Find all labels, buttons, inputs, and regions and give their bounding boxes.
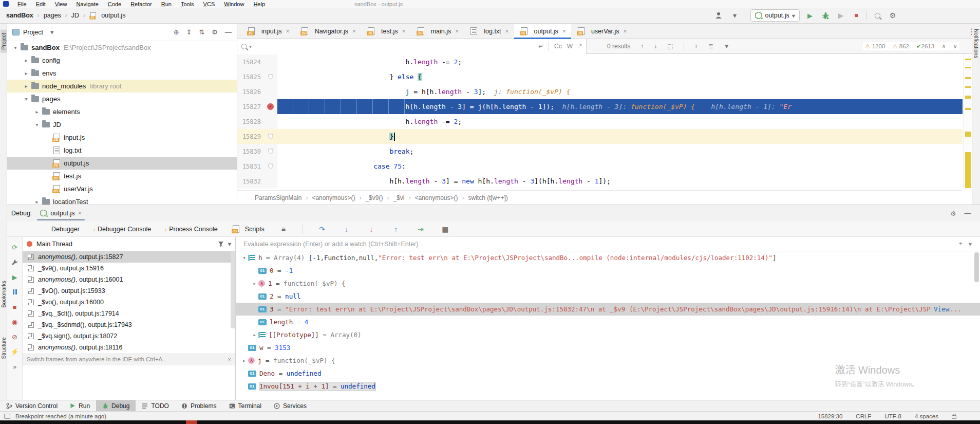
layout-hamburger-icon[interactable]: ≡	[278, 225, 289, 233]
tree-chevron-icon[interactable]: ▾	[33, 122, 41, 127]
prev-problem-icon[interactable]: ∧	[941, 43, 946, 50]
tool-button-todo[interactable]: TODO	[136, 400, 175, 412]
close-tab-icon[interactable]: ×	[402, 28, 406, 35]
menu-tools[interactable]: Tools	[176, 1, 199, 7]
stop-process-icon[interactable]: ■	[10, 302, 20, 312]
match-case-icon[interactable]: Cc	[554, 43, 562, 50]
breadcrumb-item[interactable]: output.js	[100, 12, 126, 19]
whole-words-icon[interactable]: W	[567, 43, 573, 50]
variable-row-3[interactable]: 013 = "Error: test err\n at E:\Project\J…	[236, 303, 980, 316]
variable-row-length[interactable]: 01length = 4	[236, 316, 980, 328]
stack-frame[interactable]: anonymous(), output.js:15827	[23, 251, 235, 263]
tab-userVar.js[interactable]: userVar.js×	[571, 24, 632, 39]
tree-item-envs[interactable]: ▸envs	[7, 67, 237, 80]
editor-breadcrumb-item[interactable]: _$vi	[393, 194, 404, 201]
tree-chevron-icon[interactable]: ▸	[33, 109, 41, 115]
menu-view[interactable]: View	[50, 1, 72, 7]
indent-size[interactable]: 4 spaces	[915, 413, 938, 419]
hide-debug-icon[interactable]: —	[965, 210, 971, 217]
code-text[interactable]: }	[277, 129, 963, 144]
debug-button[interactable]	[820, 10, 831, 21]
menu-navigate[interactable]: Navigate	[71, 1, 103, 7]
search-everywhere-icon[interactable]	[872, 10, 882, 21]
code-line-15830[interactable]: 15830break;	[237, 144, 963, 159]
editor-breadcrumb-item[interactable]: <anonymous>()	[414, 194, 458, 201]
stack-frame[interactable]: _$vO(), output.js:15933	[23, 285, 235, 297]
caret-position[interactable]: 15829:30	[818, 413, 842, 419]
dismiss-hint-icon[interactable]: ×	[228, 356, 231, 362]
close-tab-icon[interactable]: ×	[352, 28, 356, 35]
tree-chevron-icon[interactable]: ▸	[22, 70, 30, 76]
editor-breadcrumb-item[interactable]: <anonymous>()	[312, 194, 355, 201]
tab-main.js[interactable]: main.js×	[411, 24, 464, 39]
frames-scrollbar[interactable]	[231, 251, 235, 328]
breadcrumb[interactable]: sandBox›pages›JD›output.js	[5, 12, 126, 20]
tree-item-output.js[interactable]: output.js	[7, 157, 237, 170]
show-list-icon[interactable]: ≣	[708, 43, 713, 50]
breakpoint-verified-icon[interactable]: ✓	[267, 103, 274, 110]
code-line-15829[interactable]: 15829}	[237, 129, 963, 144]
tool-button-debug[interactable]: Debug	[96, 400, 136, 412]
breakpoint-icon[interactable]: ✓	[264, 99, 277, 114]
editor-breadcrumbs[interactable]: ParamsSignMain›<anonymous>()›_$v9()›_$vi…	[237, 190, 963, 205]
tree-item-pages[interactable]: ▾pages	[7, 93, 237, 105]
newline-icon[interactable]: ↵	[538, 43, 543, 50]
debug-tab-scripts[interactable]: Scripts	[231, 225, 265, 233]
editor-breadcrumb-item[interactable]: _$v9()	[365, 194, 383, 201]
next-problem-icon[interactable]: ∨	[953, 43, 957, 50]
expand-all-icon[interactable]: ⇕	[186, 28, 192, 36]
stripe-bookmarks-tab[interactable]: Bookmarks	[1, 281, 7, 308]
close-tab-icon[interactable]: ×	[286, 28, 290, 35]
step-over-icon[interactable]: ↷	[316, 225, 328, 233]
code-line-15828[interactable]: 15828h.length -= 2;	[237, 114, 963, 129]
stack-frame[interactable]: _$vo(), output.js:16000	[23, 297, 235, 308]
user-profile-icon[interactable]	[714, 10, 724, 21]
tree-chevron-icon[interactable]: ▸	[33, 199, 41, 205]
tab-Navigator.js[interactable]: Navigator.js×	[295, 24, 361, 39]
menu-window[interactable]: Window	[219, 1, 249, 7]
regex-icon[interactable]: .*	[578, 43, 582, 50]
menu-file[interactable]: File	[13, 1, 31, 7]
code-line-15827[interactable]: 15827✓h[h.length - 3] = j(h[h.length - 1…	[237, 99, 963, 114]
fold-marker-icon[interactable]	[264, 69, 277, 84]
stripe-notifications-tab[interactable]: Notifications	[973, 29, 979, 58]
stripe-structure-tab[interactable]: Structure	[1, 337, 7, 359]
var-chevron-icon[interactable]: ▾	[240, 255, 248, 261]
code-line-15825[interactable]: 15825} else {	[237, 69, 963, 84]
tree-chevron-icon[interactable]: ▸	[22, 58, 30, 63]
code-line-15824[interactable]: 15824h.length -= 2;	[237, 54, 963, 69]
fold-marker-icon[interactable]	[264, 129, 277, 144]
variable-row-w[interactable]: 01w = 3153	[236, 341, 980, 354]
variable-row-1[interactable]: ▸λ1 = function(_$vP) {	[236, 277, 980, 290]
code-line-15832[interactable]: 15832h[h.length - 3] = new h[h.length - …	[237, 174, 963, 189]
tree-chevron-icon[interactable]: ▾	[11, 45, 20, 50]
fold-marker-icon[interactable]	[264, 144, 277, 159]
close-tab-icon[interactable]: ×	[624, 28, 627, 35]
modify-run-config-icon[interactable]	[10, 257, 20, 267]
next-occurrence-icon[interactable]: ↓	[654, 43, 657, 50]
menu-refactor[interactable]: Refactor	[126, 1, 157, 7]
evaluate-expression-icon[interactable]: ▦	[440, 225, 451, 233]
tool-window-layout-icon[interactable]	[4, 414, 10, 419]
stack-frame[interactable]: anonymous(), output.js:16001	[23, 274, 235, 285]
tree-item-node_modules[interactable]: ▸node_moduleslibrary root	[7, 80, 237, 93]
menu-help[interactable]: Help	[249, 1, 270, 7]
search-history-chevron-icon[interactable]: ▾	[249, 44, 252, 49]
resume-program-icon[interactable]: ▶	[10, 272, 20, 282]
close-tab-icon[interactable]: ×	[562, 28, 566, 35]
file-encoding[interactable]: UTF-8	[884, 413, 901, 419]
variables-scrollbar[interactable]	[974, 252, 979, 282]
settings-gear-icon[interactable]: ⚙	[888, 10, 898, 21]
tree-item-log.txt[interactable]: log.txt	[7, 144, 237, 157]
code-text[interactable]: h.length -= 2;	[277, 54, 963, 69]
code-line-15826[interactable]: 15826j = h[h.length - 3]; j: function(_$…	[237, 84, 963, 99]
variable-row-2[interactable]: 012 = null	[236, 290, 980, 303]
more-actions-icon[interactable]: »	[10, 361, 20, 372]
step-out-icon[interactable]: ↑	[390, 225, 402, 233]
tool-button-run[interactable]: Run	[64, 400, 96, 412]
add-occurrence-icon[interactable]: +	[694, 43, 698, 50]
filter-search-icon[interactable]: ▼	[724, 43, 730, 50]
tab-output.js[interactable]: output.js×	[514, 24, 571, 39]
project-options-gear-icon[interactable]: ⚙	[212, 28, 218, 36]
search-input[interactable]: ▾ ↵ Cc W .*	[237, 39, 587, 54]
